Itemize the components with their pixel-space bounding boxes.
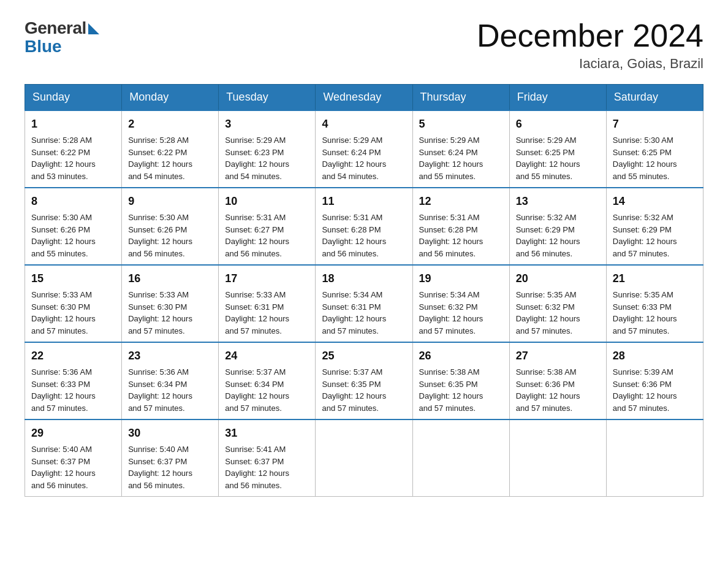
calendar-cell	[412, 419, 509, 497]
day-number: 7	[613, 116, 697, 132]
calendar-cell: 9Sunrise: 5:30 AMSunset: 6:26 PMDaylight…	[122, 188, 219, 265]
day-info: Sunrise: 5:38 AMSunset: 6:36 PMDaylight:…	[516, 366, 600, 414]
day-info: Sunrise: 5:37 AMSunset: 6:34 PMDaylight:…	[225, 366, 309, 414]
day-number: 17	[225, 270, 309, 287]
weekday-header-wednesday: Wednesday	[316, 85, 412, 111]
calendar-cell: 25Sunrise: 5:37 AMSunset: 6:35 PMDayligh…	[316, 342, 412, 419]
day-number: 5	[419, 116, 503, 132]
calendar-cell: 7Sunrise: 5:30 AMSunset: 6:25 PMDaylight…	[606, 110, 703, 188]
day-number: 28	[613, 348, 697, 364]
calendar-cell: 15Sunrise: 5:33 AMSunset: 6:30 PMDayligh…	[25, 265, 122, 342]
week-row-1: 1Sunrise: 5:28 AMSunset: 6:22 PMDaylight…	[25, 110, 703, 188]
day-info: Sunrise: 5:30 AMSunset: 6:25 PMDaylight:…	[613, 134, 697, 182]
weekday-header-thursday: Thursday	[412, 85, 509, 111]
weekday-header-tuesday: Tuesday	[219, 85, 316, 111]
day-number: 18	[322, 270, 406, 287]
day-number: 30	[128, 425, 212, 442]
day-info: Sunrise: 5:33 AMSunset: 6:30 PMDaylight:…	[128, 289, 212, 337]
day-number: 22	[31, 348, 115, 364]
day-info: Sunrise: 5:35 AMSunset: 6:33 PMDaylight:…	[613, 289, 697, 337]
day-number: 1	[31, 116, 115, 132]
day-number: 26	[419, 348, 503, 364]
day-info: Sunrise: 5:36 AMSunset: 6:33 PMDaylight:…	[31, 366, 115, 414]
day-number: 2	[128, 116, 212, 132]
day-info: Sunrise: 5:28 AMSunset: 6:22 PMDaylight:…	[31, 134, 115, 182]
day-number: 13	[516, 193, 600, 210]
weekday-header-monday: Monday	[122, 85, 219, 111]
logo-triangle-icon	[88, 23, 99, 34]
calendar-cell: 17Sunrise: 5:33 AMSunset: 6:31 PMDayligh…	[219, 265, 316, 342]
week-row-2: 8Sunrise: 5:30 AMSunset: 6:26 PMDaylight…	[25, 188, 703, 265]
day-info: Sunrise: 5:38 AMSunset: 6:35 PMDaylight:…	[419, 366, 503, 414]
calendar-cell: 27Sunrise: 5:38 AMSunset: 6:36 PMDayligh…	[509, 342, 606, 419]
calendar-cell: 6Sunrise: 5:29 AMSunset: 6:25 PMDaylight…	[509, 110, 606, 188]
day-number: 19	[419, 270, 503, 287]
day-number: 15	[31, 270, 115, 287]
calendar-cell: 13Sunrise: 5:32 AMSunset: 6:29 PMDayligh…	[509, 188, 606, 265]
day-number: 23	[128, 348, 212, 364]
day-info: Sunrise: 5:31 AMSunset: 6:27 PMDaylight:…	[225, 212, 309, 259]
calendar-cell: 2Sunrise: 5:28 AMSunset: 6:22 PMDaylight…	[122, 110, 219, 188]
day-number: 24	[225, 348, 309, 364]
day-info: Sunrise: 5:31 AMSunset: 6:28 PMDaylight:…	[419, 212, 503, 259]
calendar-cell: 5Sunrise: 5:29 AMSunset: 6:24 PMDaylight…	[412, 110, 509, 188]
calendar-cell: 1Sunrise: 5:28 AMSunset: 6:22 PMDaylight…	[25, 110, 122, 188]
day-number: 14	[613, 193, 697, 210]
weekday-header-row: SundayMondayTuesdayWednesdayThursdayFrid…	[25, 85, 703, 111]
logo-general-text: General	[25, 18, 86, 38]
calendar-cell: 28Sunrise: 5:39 AMSunset: 6:36 PMDayligh…	[606, 342, 703, 419]
title-area: December 2024 Iaciara, Goias, Brazil	[477, 18, 703, 72]
day-info: Sunrise: 5:32 AMSunset: 6:29 PMDaylight:…	[613, 212, 697, 259]
calendar-cell: 19Sunrise: 5:34 AMSunset: 6:32 PMDayligh…	[412, 265, 509, 342]
week-row-4: 22Sunrise: 5:36 AMSunset: 6:33 PMDayligh…	[25, 342, 703, 419]
calendar-cell: 21Sunrise: 5:35 AMSunset: 6:33 PMDayligh…	[606, 265, 703, 342]
calendar-table: SundayMondayTuesdayWednesdayThursdayFrid…	[25, 84, 703, 497]
day-number: 12	[419, 193, 503, 210]
calendar-cell	[316, 419, 412, 497]
logo: General Blue	[25, 18, 99, 56]
day-info: Sunrise: 5:31 AMSunset: 6:28 PMDaylight:…	[322, 212, 406, 259]
day-number: 6	[516, 116, 600, 132]
weekday-header-sunday: Sunday	[25, 85, 122, 111]
calendar-cell: 30Sunrise: 5:40 AMSunset: 6:37 PMDayligh…	[122, 419, 219, 497]
day-number: 16	[128, 270, 212, 287]
day-info: Sunrise: 5:37 AMSunset: 6:35 PMDaylight:…	[322, 366, 406, 414]
calendar-cell: 23Sunrise: 5:36 AMSunset: 6:34 PMDayligh…	[122, 342, 219, 419]
calendar-cell: 20Sunrise: 5:35 AMSunset: 6:32 PMDayligh…	[509, 265, 606, 342]
day-info: Sunrise: 5:32 AMSunset: 6:29 PMDaylight:…	[516, 212, 600, 259]
calendar-cell: 26Sunrise: 5:38 AMSunset: 6:35 PMDayligh…	[412, 342, 509, 419]
calendar-cell: 31Sunrise: 5:41 AMSunset: 6:37 PMDayligh…	[219, 419, 316, 497]
weekday-header-saturday: Saturday	[606, 85, 703, 111]
logo-blue-text: Blue	[25, 37, 62, 56]
day-number: 11	[322, 193, 406, 210]
calendar-cell	[606, 419, 703, 497]
day-number: 21	[613, 270, 697, 287]
day-number: 20	[516, 270, 600, 287]
day-info: Sunrise: 5:30 AMSunset: 6:26 PMDaylight:…	[128, 212, 212, 259]
day-info: Sunrise: 5:29 AMSunset: 6:24 PMDaylight:…	[419, 134, 503, 182]
day-number: 3	[225, 116, 309, 132]
day-info: Sunrise: 5:36 AMSunset: 6:34 PMDaylight:…	[128, 366, 212, 414]
calendar-cell: 14Sunrise: 5:32 AMSunset: 6:29 PMDayligh…	[606, 188, 703, 265]
calendar-cell: 29Sunrise: 5:40 AMSunset: 6:37 PMDayligh…	[25, 419, 122, 497]
day-number: 31	[225, 425, 309, 442]
day-info: Sunrise: 5:30 AMSunset: 6:26 PMDaylight:…	[31, 212, 115, 259]
day-number: 4	[322, 116, 406, 132]
day-info: Sunrise: 5:40 AMSunset: 6:37 PMDaylight:…	[31, 443, 115, 491]
week-row-3: 15Sunrise: 5:33 AMSunset: 6:30 PMDayligh…	[25, 265, 703, 342]
calendar-cell: 3Sunrise: 5:29 AMSunset: 6:23 PMDaylight…	[219, 110, 316, 188]
calendar-cell: 8Sunrise: 5:30 AMSunset: 6:26 PMDaylight…	[25, 188, 122, 265]
day-info: Sunrise: 5:34 AMSunset: 6:31 PMDaylight:…	[322, 289, 406, 337]
day-number: 9	[128, 193, 212, 210]
calendar-cell: 18Sunrise: 5:34 AMSunset: 6:31 PMDayligh…	[316, 265, 412, 342]
calendar-cell: 24Sunrise: 5:37 AMSunset: 6:34 PMDayligh…	[219, 342, 316, 419]
day-number: 27	[516, 348, 600, 364]
calendar-cell: 12Sunrise: 5:31 AMSunset: 6:28 PMDayligh…	[412, 188, 509, 265]
day-info: Sunrise: 5:29 AMSunset: 6:25 PMDaylight:…	[516, 134, 600, 182]
day-info: Sunrise: 5:29 AMSunset: 6:24 PMDaylight:…	[322, 134, 406, 182]
day-number: 10	[225, 193, 309, 210]
calendar-cell: 16Sunrise: 5:33 AMSunset: 6:30 PMDayligh…	[122, 265, 219, 342]
day-info: Sunrise: 5:33 AMSunset: 6:30 PMDaylight:…	[31, 289, 115, 337]
month-year-title: December 2024	[477, 18, 703, 53]
location-subtitle: Iaciara, Goias, Brazil	[477, 56, 703, 72]
